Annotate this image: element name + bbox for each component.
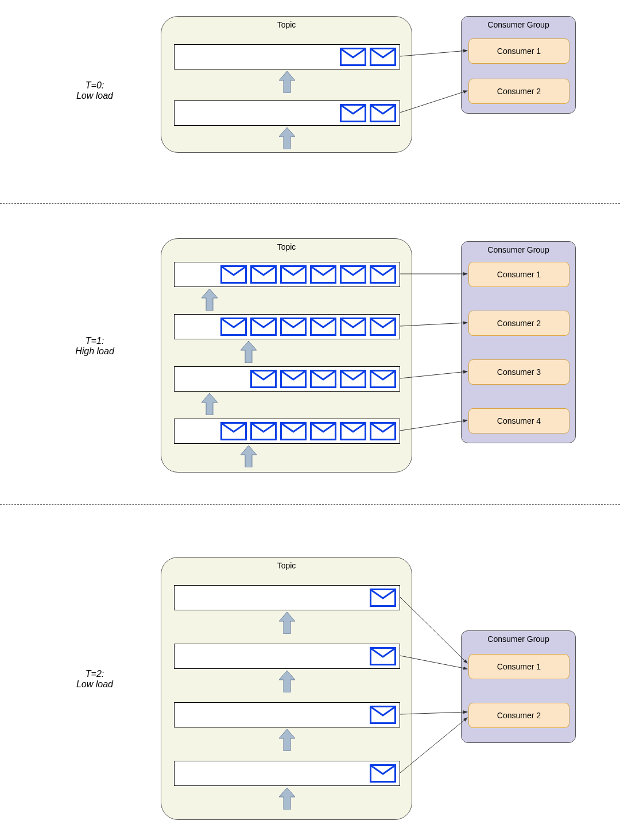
consumer-label: Consumer 4 <box>497 416 541 425</box>
message-icon <box>370 422 396 440</box>
consumer-label: Consumer 3 <box>497 367 541 377</box>
message-icon <box>370 647 396 665</box>
message-icon <box>250 318 277 336</box>
time-label-t0-line1: T=0: <box>55 80 135 91</box>
message-icon <box>310 265 336 284</box>
time-label-t2-line1: T=2: <box>55 669 135 679</box>
consumer-group-t1: Consumer Group Consumer 1 Consumer 2 Con… <box>461 241 576 443</box>
consumer-group-title: Consumer Group <box>462 245 575 254</box>
offset-arrow-icon <box>241 446 257 467</box>
message-icon <box>340 104 366 122</box>
message-icon <box>280 422 307 440</box>
offset-arrow-icon <box>279 127 295 149</box>
consumer-box: Consumer 3 <box>468 359 569 385</box>
section-divider-2 <box>0 504 620 505</box>
topic-title: Topic <box>161 561 412 570</box>
consumer-group-t0: Consumer Group Consumer 1 Consumer 2 <box>461 16 576 114</box>
time-label-t0-line2: Low load <box>55 91 135 101</box>
message-icon <box>250 265 277 284</box>
consumer-box: Consumer 2 <box>468 703 569 728</box>
message-icon <box>370 318 396 336</box>
partition-t2-3 <box>174 761 400 786</box>
time-label-t1-line1: T=1: <box>55 336 135 346</box>
consumer-label: Consumer 1 <box>497 270 541 279</box>
message-icon <box>340 370 366 388</box>
message-icon <box>250 370 277 388</box>
message-icon <box>310 422 336 440</box>
offset-arrow-icon <box>279 71 295 93</box>
consumer-label: Consumer 2 <box>497 711 541 720</box>
partition-t2-1 <box>174 644 400 669</box>
topic-box-t0: Topic <box>161 16 412 153</box>
message-icon <box>370 104 396 122</box>
consumer-box: Consumer 2 <box>468 79 569 104</box>
partition-t2-2 <box>174 702 400 727</box>
message-icon <box>340 48 366 66</box>
consumer-group-t2: Consumer Group Consumer 1 Consumer 2 <box>461 630 576 743</box>
consumer-box: Consumer 1 <box>468 654 569 679</box>
consumer-box: Consumer 1 <box>468 262 569 287</box>
topic-title: Topic <box>161 242 412 251</box>
message-icon <box>370 764 396 783</box>
time-label-t2: T=2: Low load <box>55 669 135 690</box>
consumer-box: Consumer 1 <box>468 38 569 64</box>
message-icon <box>310 318 336 336</box>
message-icon <box>280 370 307 388</box>
consumer-group-title: Consumer Group <box>462 634 575 644</box>
partition-t1-2 <box>174 366 400 392</box>
section-t2: T=2: Low load Topic Consumer Group Consu… <box>0 534 620 833</box>
message-icon <box>370 706 396 724</box>
message-icon <box>340 265 366 284</box>
message-icon <box>310 370 336 388</box>
message-icon <box>370 265 396 284</box>
partition-t0-1 <box>174 100 400 126</box>
consumer-label: Consumer 2 <box>497 87 541 96</box>
partition-t2-0 <box>174 585 400 610</box>
topic-box-t2: Topic <box>161 557 412 820</box>
partition-t0-0 <box>174 44 400 69</box>
message-icon <box>220 318 247 336</box>
offset-arrow-icon <box>279 788 295 810</box>
message-icon <box>220 422 247 440</box>
message-icon <box>370 48 396 66</box>
message-icon <box>280 318 307 336</box>
partition-t1-1 <box>174 314 400 339</box>
offset-arrow-icon <box>202 393 218 415</box>
partition-t1-0 <box>174 262 400 287</box>
consumer-group-title: Consumer Group <box>462 20 575 29</box>
time-label-t1: T=1: High load <box>55 336 135 357</box>
section-divider-1 <box>0 203 620 204</box>
topic-box-t1: Topic <box>161 238 412 473</box>
offset-arrow-icon <box>202 289 218 311</box>
consumer-box: Consumer 2 <box>468 311 569 336</box>
partition-t1-3 <box>174 419 400 444</box>
message-icon <box>340 318 366 336</box>
offset-arrow-icon <box>279 671 295 692</box>
time-label-t0: T=0: Low load <box>55 80 135 101</box>
time-label-t2-line2: Low load <box>55 679 135 690</box>
offset-arrow-icon <box>279 612 295 634</box>
time-label-t1-line2: High load <box>55 346 135 357</box>
message-icon <box>280 265 307 284</box>
consumer-box: Consumer 4 <box>468 408 569 433</box>
section-t1: T=1: High load Topic <box>0 224 620 482</box>
message-icon <box>220 265 247 284</box>
offset-arrow-icon <box>279 729 295 751</box>
consumer-label: Consumer 1 <box>497 47 541 56</box>
consumer-label: Consumer 2 <box>497 319 541 328</box>
topic-title: Topic <box>161 20 412 29</box>
message-icon <box>250 422 277 440</box>
message-icon <box>370 589 396 607</box>
section-t0: T=0: Low load Topic Consumer Group Consu… <box>0 0 620 195</box>
message-icon <box>340 422 366 440</box>
offset-arrow-icon <box>241 341 257 363</box>
message-icon <box>370 370 396 388</box>
consumer-label: Consumer 1 <box>497 662 541 671</box>
